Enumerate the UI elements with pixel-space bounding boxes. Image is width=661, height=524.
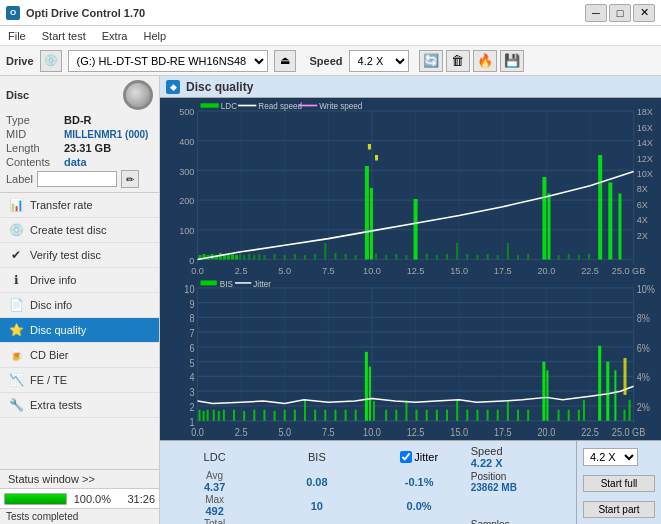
svg-rect-178 [426, 410, 428, 421]
refresh-button[interactable]: 🔄 [419, 50, 443, 72]
stat-avg-jitter-value: -0.1% [405, 476, 434, 488]
svg-rect-197 [614, 370, 616, 420]
svg-text:22.5: 22.5 [581, 264, 599, 275]
stat-avg-bis: 0.08 [266, 470, 367, 493]
fe-te-icon: 📉 [8, 373, 24, 387]
sidebar-item-disc-info[interactable]: 📄 Disc info [0, 293, 159, 318]
sidebar-item-cd-bier[interactable]: 🍺 CD Bier [0, 343, 159, 368]
close-button[interactable]: ✕ [633, 4, 655, 22]
disc-icon [123, 80, 153, 110]
svg-rect-90 [517, 255, 519, 259]
svg-text:0.0: 0.0 [191, 264, 204, 275]
status-window-button[interactable]: Status window >> [0, 469, 159, 488]
minimize-button[interactable]: ─ [585, 4, 607, 22]
sidebar-item-verify-test-disc[interactable]: ✔ Verify test disc [0, 243, 159, 268]
eject-button[interactable]: ⏏ [274, 50, 296, 72]
burn-button[interactable]: 🔥 [473, 50, 497, 72]
upper-chart-svg: 500 400 300 200 100 0 18X 16X 14X 12X 10… [162, 100, 659, 276]
extra-tests-icon: 🔧 [8, 398, 24, 412]
disc-panel: Disc Type BD-R MID MILLENMR1 (000) Lengt… [0, 76, 159, 193]
svg-text:LDC: LDC [221, 100, 237, 110]
sidebar-item-fe-te[interactable]: 📉 FE / TE [0, 368, 159, 393]
svg-text:6X: 6X [637, 198, 649, 209]
svg-rect-189 [542, 362, 545, 421]
svg-text:6: 6 [189, 342, 194, 354]
svg-rect-80 [405, 255, 407, 259]
stat-avg-ldc: Avg 4.37 [164, 470, 265, 493]
stat-bis-col-label: BIS [308, 451, 326, 463]
svg-rect-174 [385, 410, 387, 421]
svg-rect-169 [345, 410, 347, 421]
svg-rect-86 [476, 255, 478, 259]
svg-rect-79 [395, 254, 397, 260]
svg-text:6%: 6% [637, 342, 650, 354]
drive-select[interactable]: (G:) HL-DT-ST BD-RE WH16NS48 1.D3 [68, 50, 268, 72]
sidebar-item-transfer-rate[interactable]: 📊 Transfer rate [0, 193, 159, 218]
lower-chart-svg: 10 9 8 7 6 5 4 3 2 1 10% 8% 6% 4% 2% [162, 278, 659, 438]
save-button[interactable]: 💾 [500, 50, 524, 72]
maximize-button[interactable]: □ [609, 4, 631, 22]
menu-help[interactable]: Help [139, 29, 170, 43]
svg-text:10%: 10% [637, 283, 655, 295]
speed-select[interactable]: 4.2 X [349, 50, 409, 72]
menu-bar: File Start test Extra Help [0, 26, 661, 46]
svg-rect-162 [274, 411, 276, 421]
stat-jitter-header-cell: Jitter [369, 445, 470, 469]
stat-max-ldc-value: 492 [205, 505, 223, 517]
svg-rect-84 [456, 243, 458, 260]
drive-info-icon: ℹ [8, 273, 24, 287]
stat-speed-value: 4.22 X [471, 457, 503, 469]
svg-rect-71 [304, 255, 306, 259]
verify-test-disc-icon: ✔ [8, 248, 24, 262]
sidebar-item-drive-info[interactable]: ℹ Drive info [0, 268, 159, 293]
svg-rect-199 [629, 400, 631, 421]
svg-rect-157 [223, 410, 225, 421]
main-layout: Disc Type BD-R MID MILLENMR1 (000) Lengt… [0, 76, 661, 524]
disc-info-icon: 📄 [8, 298, 24, 312]
start-full-button[interactable]: Start full [583, 475, 655, 492]
svg-rect-56 [414, 199, 418, 260]
disc-label-input[interactable] [37, 171, 117, 187]
svg-rect-198 [624, 410, 626, 421]
sidebar-item-disc-quality[interactable]: ⭐ Disc quality [0, 318, 159, 343]
sidebar-item-create-test-disc[interactable]: 💿 Create test disc [0, 218, 159, 243]
svg-text:12.5: 12.5 [407, 426, 425, 438]
svg-rect-51 [227, 255, 230, 259]
sidebar-item-extra-tests[interactable]: 🔧 Extra tests [0, 393, 159, 418]
menu-start-test[interactable]: Start test [38, 29, 90, 43]
jitter-checkbox-label[interactable]: Jitter [400, 451, 438, 463]
svg-rect-154 [207, 410, 209, 421]
nav-label-fe-te: FE / TE [30, 374, 67, 386]
menu-file[interactable]: File [4, 29, 30, 43]
title-bar: O Opti Drive Control 1.70 ─ □ ✕ [0, 0, 661, 26]
menu-extra[interactable]: Extra [98, 29, 132, 43]
stat-max-bis-value: 10 [311, 500, 323, 512]
disc-contents-value: data [64, 156, 87, 168]
app-title: Opti Drive Control 1.70 [26, 7, 145, 19]
svg-rect-152 [199, 410, 201, 421]
stat-total-ldc: Total 1668463 [164, 518, 265, 524]
disc-label-edit-button[interactable]: ✏ [121, 170, 139, 188]
svg-rect-166 [314, 410, 316, 421]
svg-rect-173 [373, 401, 375, 421]
svg-rect-200 [624, 358, 627, 395]
drive-browse-button[interactable]: 💿 [40, 50, 62, 72]
svg-rect-172 [369, 367, 371, 421]
disc-length-value: 23.31 GB [64, 142, 111, 154]
start-part-button[interactable]: Start part [583, 501, 655, 518]
svg-rect-196 [606, 362, 609, 421]
stat-avg-jitter: -0.1% [369, 470, 470, 493]
svg-rect-153 [203, 411, 205, 421]
stat-total-bis: 31987 [266, 518, 367, 524]
svg-text:Jitter: Jitter [253, 278, 271, 289]
speed-dropdown[interactable]: 4.2 X [583, 448, 638, 466]
jitter-checkbox[interactable] [400, 451, 412, 463]
svg-rect-170 [355, 410, 357, 421]
svg-text:25.0 GB: 25.0 GB [612, 426, 646, 438]
svg-text:8%: 8% [637, 312, 650, 324]
stat-position-label: Position [471, 471, 507, 482]
svg-text:5.0: 5.0 [278, 426, 291, 438]
erase-button[interactable]: 🗑 [446, 50, 470, 72]
status-text: Tests completed [6, 511, 78, 522]
svg-rect-160 [253, 410, 255, 421]
